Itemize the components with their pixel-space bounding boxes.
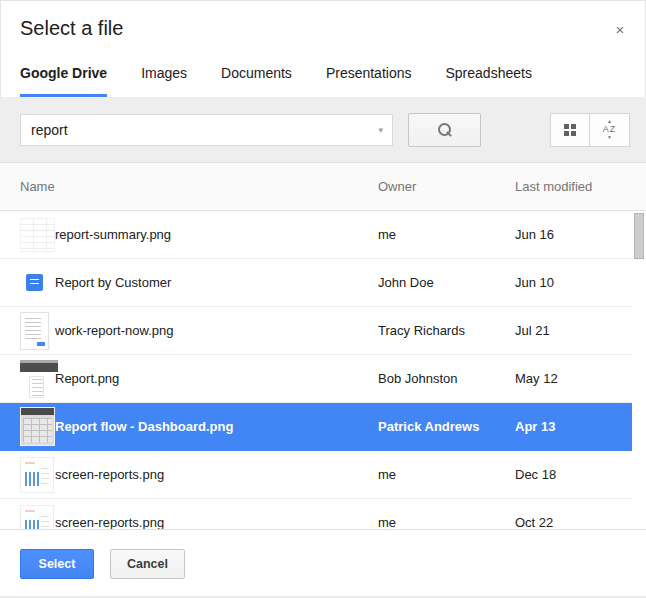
column-header-name: Name — [0, 179, 378, 194]
file-name: screen-reports.png — [55, 467, 164, 482]
search-input[interactable] — [21, 115, 392, 145]
file-owner: me — [378, 515, 515, 529]
file-modified: Jun 10 — [515, 275, 632, 290]
tab-google-drive[interactable]: Google Drive — [20, 56, 107, 97]
spreadsheet-image-thumbnail — [20, 218, 55, 252]
file-name: Report.png — [55, 371, 119, 386]
dashboard-image-thumbnail — [20, 407, 55, 446]
search-toolbar: ▾ ▲ AZ ▼ — [0, 97, 646, 163]
chart-image-thumbnail — [20, 505, 54, 530]
table-row[interactable]: screen-reports.png me Oct 22 — [0, 499, 632, 529]
file-owner: Tracy Richards — [378, 323, 515, 338]
search-icon — [438, 123, 451, 136]
sort-az-button[interactable]: ▲ AZ ▼ — [590, 113, 630, 147]
column-header-owner: Owner — [378, 179, 515, 194]
tab-spreadsheets[interactable]: Spreadsheets — [445, 56, 531, 97]
file-modified: Oct 22 — [515, 515, 632, 529]
tab-presentations[interactable]: Presentations — [326, 56, 412, 97]
sort-letters: AZ — [603, 125, 617, 134]
file-list: report-summary.png me Jun 16 Report by C… — [0, 211, 646, 529]
file-modified: Dec 18 — [515, 467, 632, 482]
cancel-button[interactable]: Cancel — [110, 549, 185, 579]
file-modified: Apr 13 — [515, 419, 632, 434]
file-modified: Jul 21 — [515, 323, 632, 338]
chart-image-thumbnail — [20, 457, 54, 493]
file-modified: May 12 — [515, 371, 632, 386]
dialog-title: Select a file — [20, 17, 123, 40]
search-combobox: ▾ — [20, 114, 393, 146]
file-name: Report by Customer — [55, 275, 171, 290]
document-image-thumbnail — [20, 312, 49, 350]
table-row[interactable]: work-report-now.png Tracy Richards Jul 2… — [0, 307, 632, 355]
dialog-header: Select a file × — [0, 0, 646, 56]
file-name: report-summary.png — [55, 227, 171, 242]
vertical-scrollbar[interactable] — [632, 211, 646, 529]
sort-down-arrow: ▼ — [607, 135, 612, 140]
scrollbar-thumb[interactable] — [634, 213, 644, 259]
grid-view-icon — [564, 124, 576, 136]
dialog-footer: Select Cancel — [0, 529, 646, 598]
banner-image-thumbnail — [20, 359, 55, 399]
file-owner: me — [378, 227, 515, 242]
table-row[interactable]: Report.png Bob Johnston May 12 — [0, 355, 632, 403]
tab-documents[interactable]: Documents — [221, 56, 292, 97]
file-owner: me — [378, 467, 515, 482]
table-row[interactable]: screen-reports.png me Dec 18 — [0, 451, 632, 499]
file-owner: John Doe — [378, 275, 515, 290]
table-row[interactable]: Report by Customer John Doe Jun 10 — [0, 259, 632, 307]
select-button[interactable]: Select — [20, 549, 94, 579]
tab-images[interactable]: Images — [141, 56, 187, 97]
column-header-last-modified: Last modified — [515, 179, 646, 194]
tab-bar: Google Drive Images Documents Presentati… — [0, 56, 646, 97]
select-file-dialog: Select a file × Google Drive Images Docu… — [0, 0, 646, 598]
file-owner: Patrick Andrews — [378, 419, 515, 434]
table-row-selected[interactable]: Report flow - Dashboard.png Patrick Andr… — [0, 403, 632, 451]
file-name: work-report-now.png — [55, 323, 174, 338]
sort-az-icon: ▲ AZ ▼ — [603, 119, 617, 140]
file-rows: report-summary.png me Jun 16 Report by C… — [0, 211, 632, 529]
file-name: screen-reports.png — [55, 515, 164, 529]
file-name: Report flow - Dashboard.png — [55, 419, 233, 434]
view-options-group: ▲ AZ ▼ — [550, 113, 630, 147]
file-owner: Bob Johnston — [378, 371, 515, 386]
grid-view-button[interactable] — [550, 113, 590, 147]
table-row[interactable]: report-summary.png me Jun 16 — [0, 211, 632, 259]
search-button[interactable] — [408, 113, 481, 147]
google-docs-icon — [26, 274, 43, 291]
close-icon[interactable]: × — [610, 20, 630, 40]
table-header: Name Owner Last modified — [0, 163, 646, 211]
file-modified: Jun 16 — [515, 227, 632, 242]
